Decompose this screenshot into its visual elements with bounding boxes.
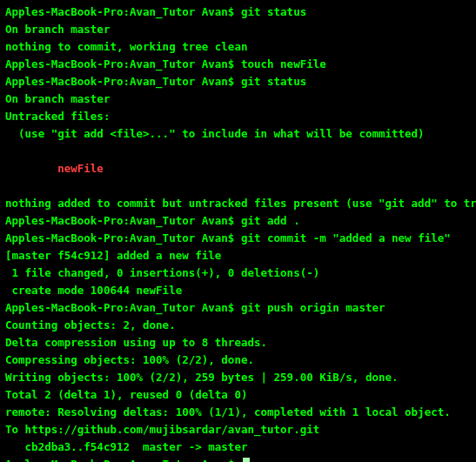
shell-prompt: Apples-MacBook-Pro:Avan_Tutor Avan$ (5, 231, 241, 244)
output-line: Writing objects: 100% (2/2), 259 bytes |… (5, 369, 471, 386)
output-line: create mode 100644 newFile (5, 282, 471, 299)
cursor-icon (243, 458, 250, 462)
command-text: git push origin master (241, 301, 385, 314)
shell-prompt: Apples-MacBook-Pro:Avan_Tutor Avan$ (5, 5, 241, 18)
untracked-file-line: newFile (5, 160, 471, 177)
blank-line (5, 177, 471, 195)
output-line: nothing added to commit but untracked fi… (5, 195, 471, 212)
command-text: touch newFile (241, 57, 326, 70)
command-text: git status (241, 5, 306, 18)
blank-line (5, 143, 471, 160)
command-text: git add . (241, 214, 300, 227)
shell-prompt: Apples-MacBook-Pro:Avan_Tutor Avan$ (5, 57, 241, 70)
output-line: remote: Resolving deltas: 100% (1/1), co… (5, 404, 471, 421)
shell-prompt: Apples-MacBook-Pro:Avan_Tutor Avan$ (5, 301, 241, 314)
shell-prompt: Apples-MacBook-Pro:Avan_Tutor Avan$ (5, 75, 241, 88)
command-text: git status (241, 75, 306, 88)
output-line: On branch master (5, 90, 471, 108)
terminal-output[interactable]: Apples-MacBook-Pro:Avan_Tutor Avan$ git … (5, 3, 471, 462)
command-text: git commit -m "added a new file" (241, 231, 451, 244)
prompt-line: Apples-MacBook-Pro:Avan_Tutor Avan$ touc… (5, 56, 471, 73)
output-line: cb2dba3..f54c912 master -> master (5, 439, 471, 456)
prompt-line: Apples-MacBook-Pro:Avan_Tutor Avan$ (5, 456, 471, 462)
prompt-line: Apples-MacBook-Pro:Avan_Tutor Avan$ git … (5, 3, 471, 21)
output-line: nothing to commit, working tree clean (5, 38, 471, 56)
prompt-line: Apples-MacBook-Pro:Avan_Tutor Avan$ git … (5, 299, 471, 317)
shell-prompt: Apples-MacBook-Pro:Avan_Tutor Avan$ (5, 214, 241, 227)
output-line: Delta compression using up to 8 threads. (5, 334, 471, 352)
shell-prompt: Apples-MacBook-Pro:Avan_Tutor Avan$ (5, 458, 241, 462)
prompt-line: Apples-MacBook-Pro:Avan_Tutor Avan$ git … (5, 212, 471, 230)
prompt-line: Apples-MacBook-Pro:Avan_Tutor Avan$ git … (5, 73, 471, 90)
output-line: (use "git add <file>..." to include in w… (5, 125, 471, 143)
output-line: To https://github.com/mujibsardar/avan_t… (5, 421, 471, 439)
output-line: [master f54c912] added a new file (5, 247, 471, 264)
output-line: Counting objects: 2, done. (5, 317, 471, 334)
output-line: On branch master (5, 21, 471, 38)
output-line: Total 2 (delta 1), reused 0 (delta 0) (5, 386, 471, 404)
output-line: Untracked files: (5, 108, 471, 125)
prompt-line: Apples-MacBook-Pro:Avan_Tutor Avan$ git … (5, 230, 471, 247)
output-line: 1 file changed, 0 insertions(+), 0 delet… (5, 264, 471, 282)
output-line: Compressing objects: 100% (2/2), done. (5, 352, 471, 369)
